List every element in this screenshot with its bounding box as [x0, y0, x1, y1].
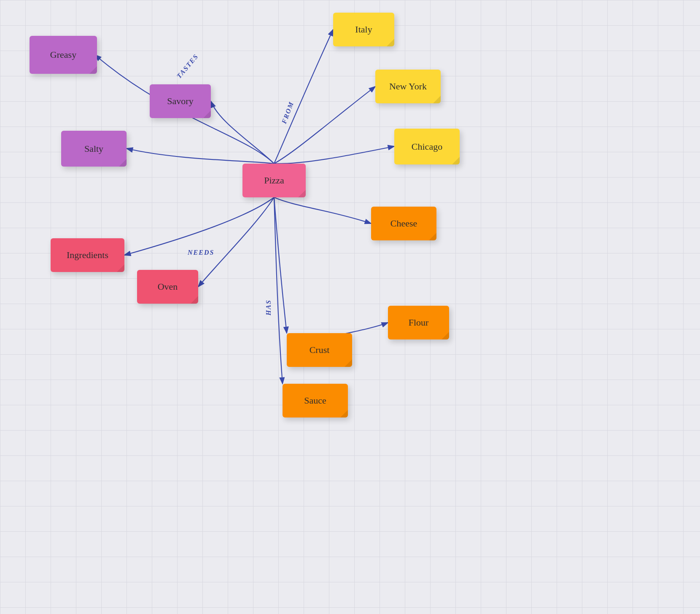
arrows-svg [0, 0, 700, 614]
has-label: HAS [265, 299, 272, 315]
mind-map-canvas: TASTES FROM NEEDS HAS Pizza Greasy Savor… [0, 0, 700, 614]
oven-label: Oven [158, 281, 178, 292]
ingredients-label: Ingredients [67, 250, 108, 261]
chicago-node[interactable]: Chicago [394, 129, 460, 164]
ingredients-node[interactable]: Ingredients [51, 238, 124, 272]
crust-node[interactable]: Crust [287, 333, 352, 367]
italy-label: Italy [355, 24, 372, 35]
salty-node[interactable]: Salty [61, 131, 127, 167]
from-label: FROM [280, 100, 296, 125]
oven-node[interactable]: Oven [137, 270, 198, 304]
cheese-label: Cheese [390, 218, 417, 229]
pizza-label: Pizza [264, 175, 284, 186]
newyork-label: New York [389, 81, 427, 92]
tastes-label: TASTES [175, 52, 200, 80]
sauce-node[interactable]: Sauce [283, 384, 348, 417]
chicago-label: Chicago [412, 141, 442, 152]
needs-label: NEEDS [188, 249, 214, 256]
salty-label: Salty [84, 143, 103, 154]
savory-label: Savory [167, 96, 193, 107]
savory-node[interactable]: Savory [150, 84, 211, 118]
greasy-label: Greasy [50, 49, 76, 60]
flour-label: Flour [409, 317, 429, 328]
cheese-node[interactable]: Cheese [371, 207, 436, 240]
sauce-label: Sauce [304, 395, 326, 406]
newyork-node[interactable]: New York [375, 70, 441, 103]
flour-node[interactable]: Flour [388, 306, 449, 339]
greasy-node[interactable]: Greasy [30, 36, 97, 74]
pizza-node[interactable]: Pizza [242, 164, 306, 197]
crust-label: Crust [310, 345, 330, 355]
italy-node[interactable]: Italy [333, 13, 394, 46]
